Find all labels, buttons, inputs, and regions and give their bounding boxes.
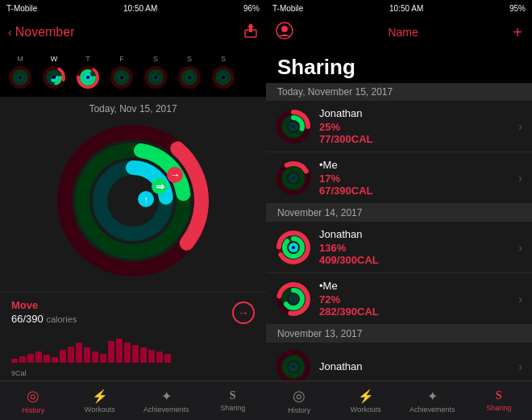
achievements-icon-left: ✦	[161, 389, 172, 404]
share-ring-jonathan-nov14	[276, 230, 311, 265]
left-header: ‹ November	[0, 16, 266, 48]
share-name-jonathan-nov14: Jonathan	[319, 228, 510, 240]
share-list: Today, November 15, 2017 Jonathan 25% 77…	[266, 83, 532, 380]
cal-day-s3[interactable]: S	[208, 55, 239, 90]
share-row-me-nov14[interactable]: •Me 72% 282/390CAL ›	[266, 273, 532, 325]
tab-sharing-right[interactable]: S Sharing	[466, 381, 533, 420]
left-status-left: T-Mobile	[6, 4, 37, 13]
cal-label-w: W	[51, 55, 58, 63]
cal-day-f[interactable]: F	[106, 55, 137, 90]
bar-sub-label: 9Cal	[11, 369, 27, 377]
bar-item	[140, 347, 147, 363]
bar-item	[44, 355, 50, 363]
svg-point-56	[285, 239, 302, 256]
tab-workouts-right[interactable]: ⚡ Workouts	[333, 381, 400, 420]
left-panel: T-Mobile 10:50 AM 96% ‹ November M	[0, 0, 266, 420]
tab-achievements-right[interactable]: ✦ Achievements	[399, 381, 466, 420]
chevron-jonathan-nov14: ›	[518, 241, 522, 254]
svg-point-23	[152, 74, 159, 81]
share-row-jonathan-nov14[interactable]: Jonathan 136% 409/300CAL ›	[266, 222, 532, 273]
workouts-icon-left: ⚡	[92, 389, 108, 404]
svg-point-29	[220, 74, 227, 81]
share-row-jonathan-nov13[interactable]: Jonathan ›	[266, 343, 532, 380]
right-time: 10:50 AM	[389, 4, 423, 13]
workouts-label-left: Workouts	[85, 405, 115, 414]
main-ring: → ⇒ ↑	[52, 120, 214, 281]
share-ring-me-nov14	[276, 281, 311, 317]
share-pct-jonathan-nov14: 136% 409/300CAL	[319, 242, 510, 266]
share-name-me-nov14: •Me	[319, 280, 510, 292]
bar-item	[11, 359, 18, 363]
move-info: Move 66/390 calories	[11, 299, 77, 326]
tab-sharing-left[interactable]: S Sharing	[200, 381, 267, 420]
move-label: Move	[11, 299, 77, 311]
svg-point-43	[281, 26, 288, 32]
move-section: Move 66/390 calories →	[0, 292, 266, 332]
right-status-left: T-Mobile	[272, 4, 303, 13]
move-arrow-button[interactable]: →	[232, 301, 255, 324]
share-icon	[243, 23, 258, 38]
cal-day-s2[interactable]: S	[174, 55, 205, 90]
history-label-left: History	[22, 406, 44, 414]
sharing-icon-left: S	[230, 389, 236, 402]
bar-item	[68, 347, 74, 363]
left-time: 10:50 AM	[123, 4, 157, 13]
svg-point-52	[290, 175, 297, 181]
month-title: November	[15, 25, 75, 40]
share-name-jonathan-nov13: Jonathan	[319, 360, 510, 372]
cal-day-m[interactable]: M	[5, 55, 35, 90]
main-date-label: Today, Nov 15, 2017	[0, 97, 266, 118]
achievements-icon-right: ✦	[427, 389, 438, 404]
cal-day-w[interactable]: W	[39, 55, 69, 90]
svg-marker-1	[247, 23, 254, 27]
move-cal-value: 66/390	[11, 313, 46, 325]
date-today-label: Today, November 15, 2017	[277, 86, 393, 98]
tab-history-right[interactable]: ◎ History	[266, 381, 333, 420]
left-tab-bar: ◎ History ⚡ Workouts ✦ Achievements S Sh…	[0, 380, 266, 420]
bar-item	[156, 351, 163, 363]
bar-item	[19, 356, 26, 363]
bar-item	[92, 351, 98, 363]
share-ring-jonathan-today	[276, 109, 311, 144]
bar-chart-label: 9Cal	[0, 364, 266, 380]
share-pct-me-nov14: 72% 282/390CAL	[319, 293, 510, 318]
back-button[interactable]: ‹ November	[8, 25, 74, 40]
share-info-jonathan-nov14: Jonathan 136% 409/300CAL	[319, 228, 510, 266]
cal-label-s1: S	[153, 55, 158, 63]
bar-item	[76, 343, 82, 363]
bar-item	[27, 354, 34, 363]
svg-point-48	[290, 123, 297, 130]
share-pct-me-today: 17% 67/390CAL	[319, 173, 510, 197]
ring-day-f	[109, 64, 135, 90]
svg-text:→: →	[170, 168, 181, 181]
share-row-me-today[interactable]: •Me 17% 67/390CAL ›	[266, 152, 532, 204]
tab-workouts-left[interactable]: ⚡ Workouts	[67, 381, 134, 420]
tab-achievements-left[interactable]: ✦ Achievements	[133, 381, 200, 420]
profile-icon[interactable]	[276, 22, 293, 44]
add-button[interactable]: +	[513, 23, 522, 42]
share-info-jonathan-nov13: Jonathan	[319, 360, 510, 374]
bar-item	[35, 351, 42, 363]
back-chevron: ‹	[8, 26, 12, 39]
tab-history-left[interactable]: ◎ History	[0, 381, 67, 420]
svg-point-65	[285, 358, 302, 376]
share-name-me-today: •Me	[319, 159, 510, 171]
ring-day-s1	[143, 64, 168, 90]
share-button[interactable]	[243, 23, 258, 41]
share-row-jonathan-today[interactable]: Jonathan 25% 77/300CAL ›	[266, 101, 532, 152]
share-pct-jonathan-today: 25% 77/300CAL	[319, 121, 510, 145]
ring-day-w	[41, 64, 67, 90]
svg-point-66	[290, 364, 297, 370]
svg-point-20	[118, 74, 125, 81]
svg-point-17	[85, 74, 91, 81]
cal-day-t1[interactable]: T	[73, 55, 103, 90]
sharing-title-area: Sharing	[266, 48, 532, 83]
history-icon-right: ◎	[293, 387, 305, 405]
cal-label-s2: S	[187, 55, 192, 63]
left-status-right: 96%	[243, 4, 260, 13]
bar-item	[124, 343, 131, 363]
cal-day-s1[interactable]: S	[140, 55, 171, 90]
ring-day-s3	[210, 64, 236, 90]
svg-text:⇒: ⇒	[156, 181, 164, 193]
right-panel: T-Mobile 10:50 AM 95% Name + Sharing Tod…	[266, 0, 532, 420]
